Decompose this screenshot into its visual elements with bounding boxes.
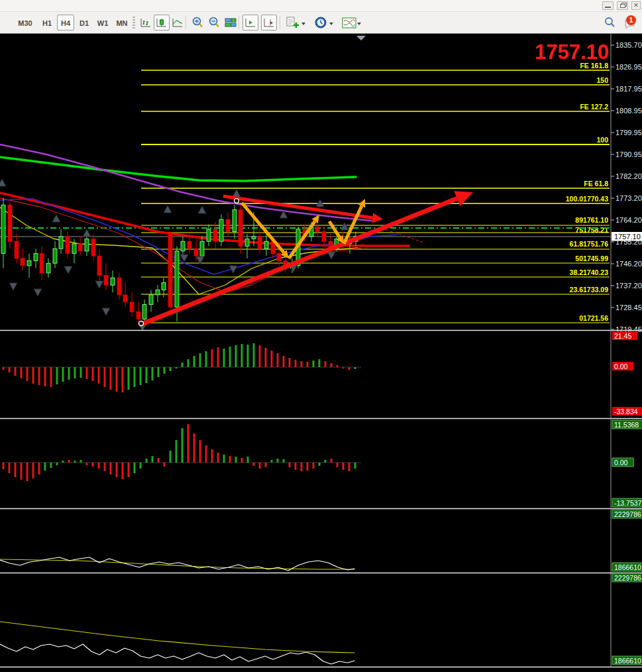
- candle: [187, 241, 191, 249]
- candle: [156, 290, 160, 295]
- candle: [277, 254, 281, 261]
- histogram-bar: [253, 343, 255, 367]
- histogram-bar: [271, 460, 273, 463]
- histogram-bar: [259, 345, 261, 367]
- histogram-bar: [27, 463, 28, 481]
- chat-button[interactable]: 1: [620, 15, 640, 30]
- timeframe-m15-button-cut[interactable]: 5: [0, 15, 4, 30]
- candle: [258, 237, 262, 249]
- line-chart-icon: [172, 17, 184, 28]
- histogram-bar: [295, 360, 297, 367]
- templates-dropdown-caret[interactable]: [357, 23, 361, 25]
- histogram-bar: [152, 456, 154, 463]
- timeframe-h1-button[interactable]: H1: [38, 15, 56, 30]
- tile-windows-button[interactable]: [223, 15, 239, 30]
- histogram-bar: [337, 365, 339, 367]
- candle: [53, 249, 57, 263]
- candle: [72, 244, 76, 254]
- auto-scroll-icon: [244, 17, 256, 28]
- candle: [168, 234, 172, 307]
- auto-scroll-button[interactable]: [242, 15, 258, 30]
- histogram-bar: [116, 367, 118, 392]
- candle: [207, 229, 211, 241]
- candle: [123, 295, 127, 302]
- zoom-in-button[interactable]: [189, 15, 205, 30]
- candle: [27, 261, 31, 266]
- histogram-bar: [56, 367, 58, 384]
- histogram-bar: [301, 463, 303, 471]
- mt4-terminal-window: ✕ 5 M30 H1 H4 D1 W1 MN: [0, 0, 642, 672]
- price-axis-label: 1808.95: [615, 107, 642, 115]
- notification-badge[interactable]: 1: [626, 15, 636, 25]
- zoom-out-button[interactable]: [206, 15, 222, 30]
- histogram-bar: [27, 367, 28, 381]
- timeframe-w1-button[interactable]: W1: [94, 15, 111, 30]
- histogram-bar: [80, 367, 82, 378]
- indicator-dropdown-caret[interactable]: [301, 23, 305, 25]
- candle: [130, 302, 134, 312]
- templates-button[interactable]: [339, 15, 359, 30]
- close-button[interactable]: ✕: [631, 1, 641, 10]
- histogram-bar: [128, 463, 130, 477]
- histogram-bar: [343, 367, 345, 368]
- histogram-bar: [319, 463, 321, 466]
- periods-button[interactable]: [311, 15, 331, 30]
- fib-label: 891761.10: [575, 216, 608, 224]
- timeframe-h4-button[interactable]: H4: [57, 15, 74, 30]
- candle: [219, 219, 223, 241]
- minimize-button[interactable]: [602, 1, 614, 10]
- periods-dropdown-caret[interactable]: [329, 23, 333, 25]
- add-indicator-icon: [286, 17, 301, 28]
- chart-shift-button[interactable]: [261, 15, 277, 30]
- chart-canvas[interactable]: FE 161.8150FE 127.2100FE 61.8100.01770.4…: [0, 0, 642, 672]
- histogram-bar: [331, 363, 333, 367]
- histogram-bar: [146, 367, 148, 383]
- histogram-bar: [134, 367, 136, 387]
- search-button[interactable]: [602, 15, 617, 30]
- candle: [34, 254, 38, 261]
- candle: [233, 210, 237, 232]
- timeframe-m30-button[interactable]: M30: [15, 15, 36, 30]
- histogram-bar: [277, 353, 279, 367]
- histogram-bar: [3, 463, 5, 469]
- fib-label: 100.01770.43: [566, 195, 608, 203]
- histogram-bar: [247, 345, 249, 367]
- histogram-bar: [104, 463, 106, 471]
- periods-clock-icon: [315, 17, 328, 29]
- histogram-bar: [223, 455, 225, 463]
- histogram-bar: [164, 463, 166, 467]
- histogram-bar: [205, 445, 207, 463]
- timeframe-mn-button[interactable]: MN: [113, 15, 131, 30]
- add-indicator-button[interactable]: [284, 15, 303, 30]
- histogram-bar: [313, 361, 315, 367]
- bar-chart-button[interactable]: [138, 15, 154, 30]
- price-axis-label: 1799.95: [615, 129, 642, 137]
- toolbar-drag-handle[interactable]: [133, 17, 135, 28]
- histogram-bar: [122, 463, 124, 479]
- candlestick-chart-button[interactable]: [154, 15, 170, 30]
- candlestick-chart-icon: [156, 17, 168, 28]
- indicator-level-value: -33.834: [614, 408, 638, 416]
- chart-shift-icon: [263, 17, 275, 28]
- line-chart-button[interactable]: [170, 15, 186, 30]
- histogram-bar: [354, 367, 356, 369]
- restore-button[interactable]: [617, 1, 628, 10]
- big-price-readout: 1757.10: [535, 40, 609, 64]
- fib-label: 150: [596, 76, 608, 84]
- histogram-bar: [283, 356, 285, 367]
- histogram-bar: [9, 463, 11, 473]
- histogram-bar: [289, 358, 291, 367]
- timeframe-d1-button[interactable]: D1: [76, 15, 93, 30]
- histogram-bar: [170, 367, 172, 371]
- histogram-bar: [44, 463, 46, 471]
- histogram-bar: [38, 367, 40, 385]
- fib-label: 38.21740.23: [570, 268, 609, 276]
- fib-label: 61.81751.76: [570, 240, 609, 248]
- histogram-bar: [325, 361, 327, 367]
- price-axis-label: 1835.70: [615, 41, 642, 49]
- zoom-in-icon: [191, 17, 204, 28]
- fib-label: 751758.21: [575, 226, 608, 234]
- histogram-bar: [348, 463, 350, 471]
- close-icon: ✕: [633, 2, 639, 9]
- histogram-bar: [199, 440, 201, 463]
